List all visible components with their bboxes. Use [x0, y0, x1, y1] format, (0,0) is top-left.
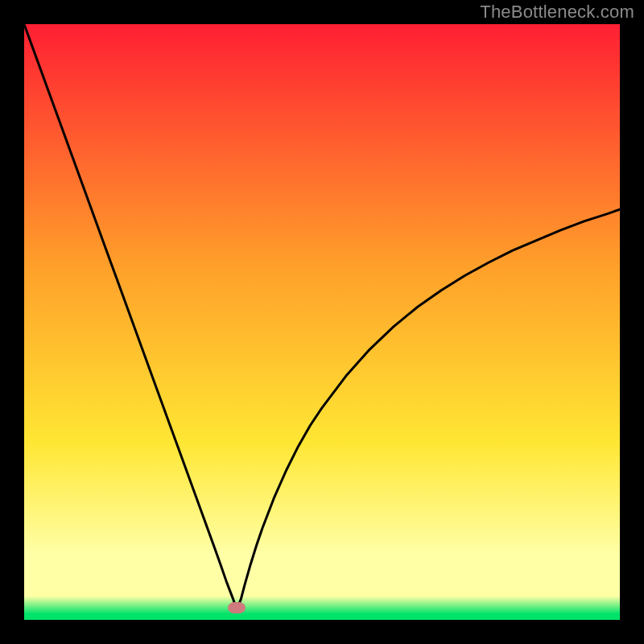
minimum-marker [228, 602, 246, 613]
plot-area [24, 24, 620, 620]
bottleneck-curve [24, 24, 620, 620]
watermark-text: TheBottleneck.com [480, 2, 634, 23]
chart-frame: TheBottleneck.com [0, 0, 644, 644]
